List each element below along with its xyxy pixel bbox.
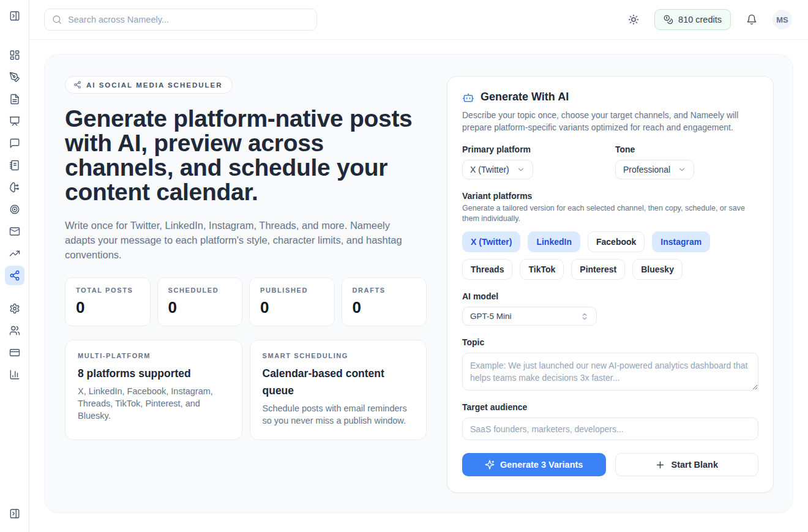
sidebar-item-team[interactable]: [5, 321, 24, 340]
page-title: Generate platform-native posts with AI, …: [65, 107, 427, 204]
chip-instagram[interactable]: Instagram: [652, 231, 710, 252]
hero-intro: AI SOCIAL MEDIA SCHEDULER Generate platf…: [65, 76, 427, 493]
feature-title: 8 platforms supported: [78, 365, 230, 382]
sidebar-item-mail[interactable]: [5, 222, 24, 241]
scheduler-badge: AI SOCIAL MEDIA SCHEDULER: [65, 76, 233, 94]
variant-platform-chips: X (Twitter) LinkedIn Facebook Instagram …: [462, 231, 758, 280]
chip-pinterest[interactable]: Pinterest: [571, 259, 625, 280]
feature-title: Calendar-based content queue: [263, 365, 414, 399]
sidebar-item-compose[interactable]: [5, 67, 24, 87]
ai-model-select[interactable]: GPT-5 Mini: [462, 307, 597, 326]
primary-platform-select[interactable]: X (Twitter): [462, 160, 533, 179]
start-blank-button[interactable]: Start Blank: [615, 453, 759, 476]
chip-tiktok[interactable]: TikTok: [520, 259, 564, 280]
sidebar-item-trends[interactable]: [5, 244, 24, 263]
target-audience-label: Target audience: [462, 402, 758, 412]
main-column: 810 credits MS AI SOCIAL MEDIA SCHEDULER…: [29, 0, 808, 532]
page-subtitle: Write once for Twitter, LinkedIn, Instag…: [65, 218, 423, 262]
share-icon: [73, 81, 81, 89]
badge-label: AI SOCIAL MEDIA SCHEDULER: [86, 81, 223, 89]
start-blank-label: Start Blank: [671, 460, 718, 470]
stat-label: PUBLISHED: [260, 287, 324, 294]
panel-actions: Generate 3 Variants Start Blank: [462, 453, 758, 476]
variant-platforms-help: Generate a tailored version for each sel…: [462, 203, 758, 223]
stat-total-posts: TOTAL POSTS 0: [65, 277, 151, 326]
chevron-down-icon: [678, 165, 686, 174]
stat-label: DRAFTS: [353, 287, 416, 294]
panel-description: Describe your topic once, choose your ta…: [462, 109, 758, 133]
stats-row: TOTAL POSTS 0 SCHEDULED 0 PUBLISHED 0: [65, 277, 427, 326]
variant-platforms-label: Variant platforms: [462, 191, 758, 201]
app-root: 810 credits MS AI SOCIAL MEDIA SCHEDULER…: [0, 0, 808, 532]
sidebar-item-chat[interactable]: [5, 133, 24, 153]
stat-drafts: DRAFTS 0: [342, 277, 427, 326]
page-content: AI SOCIAL MEDIA SCHEDULER Generate platf…: [29, 40, 808, 532]
ai-model-label: AI model: [462, 291, 758, 301]
feature-smart-scheduling: SMART SCHEDULING Calendar-based content …: [250, 340, 427, 440]
primary-platform-value: X (Twitter): [470, 165, 509, 174]
primary-platform-label: Primary platform: [462, 144, 615, 154]
generate-variants-button[interactable]: Generate 3 Variants: [462, 453, 606, 476]
sidebar-item-analytics[interactable]: [5, 365, 24, 384]
tone-label: Tone: [615, 144, 758, 154]
feature-eyebrow: MULTI-PLATFORM: [78, 352, 230, 359]
sidebar-item-dashboard[interactable]: [5, 45, 24, 65]
stat-value: 0: [260, 298, 324, 317]
chip-bluesky[interactable]: Bluesky: [632, 259, 683, 280]
notifications-bell-icon[interactable]: [742, 10, 761, 29]
avatar[interactable]: MS: [772, 10, 792, 29]
ai-model-value: GPT-5 Mini: [470, 312, 512, 321]
search-icon: [52, 15, 62, 24]
generate-panel: Generate With AI Describe your topic onc…: [447, 76, 774, 493]
topic-label: Topic: [462, 337, 758, 347]
chip-x-twitter[interactable]: X (Twitter): [462, 231, 520, 252]
panel-title: Generate With AI: [481, 91, 569, 103]
topbar-actions: 810 credits MS: [624, 9, 792, 30]
topbar: 810 credits MS: [29, 0, 808, 40]
sidebar-item-documents[interactable]: [5, 89, 24, 109]
panel-header: Generate With AI: [462, 91, 758, 103]
bot-icon: [462, 91, 474, 103]
sidebar: [0, 0, 29, 532]
generate-variants-label: Generate 3 Variants: [500, 460, 583, 470]
sidebar-item-billing[interactable]: [5, 343, 24, 362]
chip-linkedin[interactable]: LinkedIn: [528, 231, 580, 252]
global-search[interactable]: [44, 9, 317, 31]
target-audience-input[interactable]: [462, 418, 758, 440]
sidebar-item-presentation[interactable]: [5, 111, 24, 131]
credits-label: 810 credits: [678, 15, 722, 24]
stat-published: PUBLISHED 0: [249, 277, 335, 326]
stat-value: 0: [168, 298, 232, 317]
feature-multi-platform: MULTI-PLATFORM 8 platforms supported X, …: [65, 340, 242, 440]
hero-card: AI SOCIAL MEDIA SCHEDULER Generate platf…: [44, 54, 793, 513]
sidebar-item-notebook[interactable]: [5, 155, 24, 175]
tone-select[interactable]: Professional: [615, 160, 694, 179]
sidebar-item-ai-brain[interactable]: [5, 178, 24, 197]
chevron-down-icon: [517, 165, 525, 174]
tone-value: Professional: [623, 165, 670, 174]
sidebar-item-settings[interactable]: [5, 299, 24, 318]
credits-badge[interactable]: 810 credits: [654, 9, 731, 30]
chip-facebook[interactable]: Facebook: [588, 231, 645, 252]
sparkles-icon: [485, 460, 495, 470]
theme-toggle-sun-icon[interactable]: [624, 10, 643, 29]
stat-label: TOTAL POSTS: [76, 287, 140, 294]
stat-scheduled: SCHEDULED 0: [157, 277, 243, 326]
coins-icon: [664, 15, 673, 24]
platform-tone-row: Primary platform X (Twitter) Tone Profes…: [462, 144, 758, 179]
panel-toggle-icon[interactable]: [5, 6, 24, 26]
collapse-panel-icon[interactable]: [5, 504, 24, 523]
sidebar-item-social-scheduler[interactable]: [5, 266, 24, 285]
plus-icon: [655, 460, 665, 470]
feature-body: X, LinkedIn, Facebook, Instagram, Thread…: [78, 385, 230, 422]
stat-value: 0: [353, 298, 416, 317]
chip-threads[interactable]: Threads: [462, 259, 512, 280]
chevrons-up-down-icon: [580, 312, 589, 321]
sidebar-item-target[interactable]: [5, 200, 24, 219]
feature-body: Schedule posts with email reminders so y…: [263, 402, 414, 427]
search-input[interactable]: [68, 15, 309, 24]
stat-value: 0: [76, 298, 140, 317]
topic-textarea[interactable]: [462, 353, 758, 391]
stat-label: SCHEDULED: [168, 287, 232, 294]
feature-cards: MULTI-PLATFORM 8 platforms supported X, …: [65, 340, 427, 440]
